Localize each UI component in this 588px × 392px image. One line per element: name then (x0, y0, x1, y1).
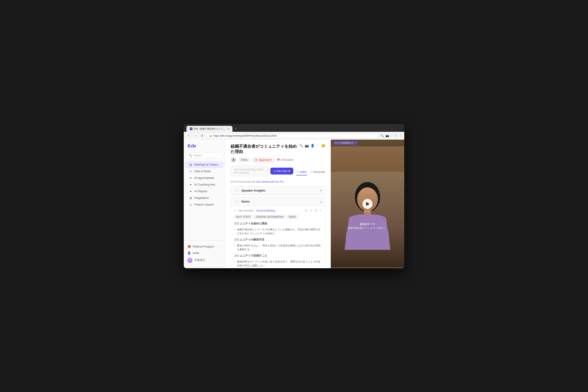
chip-next-steps[interactable]: NEXT STEPS (234, 215, 252, 219)
sidebar-item-meetings[interactable]: ⊞ Meetings & Folders (185, 162, 224, 168)
sidebar-item-ai-tags[interactable]: ✦ AI tag templates (185, 175, 224, 182)
back-button[interactable]: ← (186, 134, 191, 138)
video-subtitle-1: 本日のテーマ (331, 222, 404, 226)
browser-tabs: t tl;dv - 組織不適合者がコミュニ… ✕ + (186, 126, 402, 132)
speaker-insights-section: ⋮⋮ Speaker Insights ▾ (230, 186, 325, 195)
svg-point-7 (372, 230, 374, 231)
meetings-label: Meetings & Folders (194, 163, 218, 166)
sidebar-item-reports[interactable]: ✦ AI Reports (185, 188, 224, 195)
check-icon: ✓ (234, 209, 236, 212)
note-heading-3: コミュニティで目指すこと (234, 254, 322, 258)
tab-transcript[interactable]: + Transcript (310, 169, 325, 176)
forward-button[interactable]: → (193, 134, 198, 138)
play-triangle-icon (366, 202, 370, 206)
laptop-wrapper: t tl;dv - 組織不適合者がコミュニ… ✕ + ← → ↺ 🔒 https… (184, 124, 404, 268)
sidebar-item-feature[interactable]: ◇ Feature request (185, 202, 224, 208)
ai-input-placeholder: Ask tl;dv anything about this meeting (234, 168, 263, 174)
url-text: https://tldv.io/app/meetings/6694f7de196… (214, 134, 277, 137)
ai-input[interactable]: Ask tl;dv anything about this meeting (230, 166, 268, 176)
chip-ideas[interactable]: IDEAS (287, 215, 298, 219)
search-bar[interactable]: 🔍 Search (186, 152, 222, 159)
invite-label: Invite (193, 252, 199, 255)
tag-layout-button[interactable]: ⊟ (304, 208, 308, 213)
note-group-1: コミュニティを始めた理由 ◦ 組織不適合者として一人で仕事をしていた経験から、対… (234, 222, 322, 236)
tag-chips: NEXT STEPS GENERAL INFORMATION IDEAS (234, 215, 322, 219)
new-tab-button[interactable]: + (233, 126, 239, 132)
language-badge[interactable]: 🇯🇵 Japanese ▾ (252, 158, 274, 162)
search-header-icon[interactable]: 🔍 (299, 144, 303, 148)
header-actions: 🔍 📷 👤 ⋮ 😊 (299, 144, 325, 148)
note-text-3-1: 勉強内容をオープンに共有し合う文化を作り、視野を広げ合うことで社会全体の学びに貢… (237, 260, 322, 267)
tag-magic-button[interactable]: ✦ (310, 208, 312, 213)
video-progress-bar[interactable] (331, 268, 404, 268)
notes-body: ✓ Tag Template · General Meeting ⊟ ✦ ⧉ +… (231, 206, 325, 268)
note-group-3: コミュニティで目指すこと ◦ 勉強内容をオープンに共有し合う文化を作り、視野を広… (234, 254, 322, 268)
emoji-icon[interactable]: 😊 (321, 144, 325, 148)
tab-close-button[interactable]: ✕ (228, 128, 229, 130)
tag-copy-button[interactable]: ⧉ (314, 208, 318, 213)
sidebar-item-integrations[interactable]: ⊞ Integrations (185, 195, 224, 202)
search-icon: 🔍 (188, 154, 192, 157)
ai-upgrade-link[interactable]: Get unlimited with tl;dv Pro (256, 180, 284, 183)
camera-header-icon[interactable]: 📷 (305, 144, 309, 148)
screenshot-icon[interactable]: 📷 (386, 134, 389, 137)
notes-section: ⋮⋮ Notes ▴ ✓ Tag Template · General Meet… (230, 197, 325, 268)
star-icon[interactable]: ☆ (395, 134, 398, 137)
app-logo[interactable]: tl;dv (184, 143, 225, 152)
extensions-icon[interactable]: ⋯ (390, 134, 394, 137)
share-header-icon[interactable]: 👤 (310, 144, 314, 148)
active-tab[interactable]: t tl;dv - 組織不適合者がコミュニ… ✕ (186, 126, 232, 132)
video-panel: ひとり女性税理士チ… (331, 140, 404, 268)
tab-title: tl;dv - 組織不適合者がコミュニ… (194, 127, 226, 130)
ai-bar: Ask tl;dv anything about this meeting ✦ … (230, 166, 293, 176)
user-item[interactable]: 戸 戸村澄子 › (185, 256, 224, 264)
bullet-icon-3: ◦ (234, 260, 235, 264)
tab-favicon: t (190, 128, 192, 130)
referral-item[interactable]: 🎁 Referral Program (185, 244, 224, 250)
coaching-label: AI Coaching Hub (194, 183, 215, 186)
reports-label: AI Reports (194, 190, 208, 193)
sidebar: tl;dv 🔍 Search ⊞ Meetings & Folders ✂ Cl… (184, 140, 225, 268)
sidebar-bottom: 🎁 Referral Program 👤 Invite 戸 戸村澄子 › (184, 240, 225, 264)
bullet-icon: ◦ (234, 227, 235, 232)
main-content: 組織不適合者がコミュニティを始めた理由 🔍 📷 👤 ⋮ 😊 👤 FREE 🇯🇵 (225, 140, 331, 268)
ask-ai-button[interactable]: ✦ Ask tl;dv AI (270, 168, 293, 174)
clips-icon: ✂ (189, 170, 192, 173)
invite-item[interactable]: 👤 Invite (185, 250, 224, 256)
referral-label: Referral Program (193, 245, 214, 248)
address-bar[interactable]: 🔒 https://tldv.io/app/meetings/6694f7de1… (206, 133, 378, 138)
tab-video[interactable]: ✓ Video (296, 169, 307, 176)
video-text-overlay: 本日のテーマ 組織不適合者が コミュニティを作っ… (331, 222, 404, 230)
meetings-icon: ⊞ (189, 163, 192, 166)
coaching-icon: ✦ (189, 183, 192, 186)
free-badge: FREE (239, 158, 250, 162)
play-button[interactable] (362, 199, 372, 209)
search-icon[interactable]: 🔍 (380, 134, 384, 137)
notes-chevron-icon: ▴ (320, 200, 322, 203)
more-header-icon[interactable]: ⋮ (316, 144, 320, 148)
note-text-1-1: 組織不適合者として一人で仕事をしていた経験から、対話の場や視野を広げるためにコミ… (237, 228, 322, 235)
refresh-button[interactable]: ↺ (200, 134, 204, 138)
note-heading-2: コミュニティの参加方法 (234, 238, 322, 242)
flag-icon: 🇯🇵 (254, 158, 258, 162)
speaker-insights-header[interactable]: ⋮⋮ Speaker Insights ▾ (231, 186, 325, 195)
calendar-icon: 📅 (277, 158, 280, 162)
date-text: 07/15/2024 (281, 158, 294, 161)
integrations-icon: ⊞ (189, 196, 192, 200)
tag-template-label: Tag Template · (238, 209, 254, 212)
more-icon[interactable]: ⋮ (399, 134, 402, 137)
toolbar-actions: 🔍 📷 ⋯ ☆ ⋮ (380, 134, 402, 137)
progress-bar-fill (331, 268, 332, 268)
page-header: 組織不適合者がコミュニティを始めた理由 🔍 📷 👤 ⋮ 😊 (230, 144, 325, 154)
sidebar-item-clips[interactable]: ✂ Clips & Reels (185, 168, 224, 175)
tag-template-name[interactable]: General Meeting (256, 209, 275, 212)
sidebar-item-coaching[interactable]: ✦ AI Coaching Hub (185, 182, 224, 188)
date-badge: 📅 07/15/2024 (277, 158, 294, 162)
note-item-3-1: ◦ 勉強内容をオープンに共有し合う文化を作り、視野を広げ合うことで社会全体の学び… (234, 259, 322, 268)
chip-general-info[interactable]: GENERAL INFORMATION (254, 215, 285, 219)
app-content: tl;dv 🔍 Search ⊞ Meetings & Folders ✂ Cl… (184, 140, 404, 268)
user-chevron-icon: › (220, 259, 221, 262)
notes-header[interactable]: ⋮⋮ Notes ▴ (231, 198, 325, 206)
tag-add-button[interactable]: + (319, 208, 322, 213)
referral-icon: 🎁 (188, 245, 191, 248)
